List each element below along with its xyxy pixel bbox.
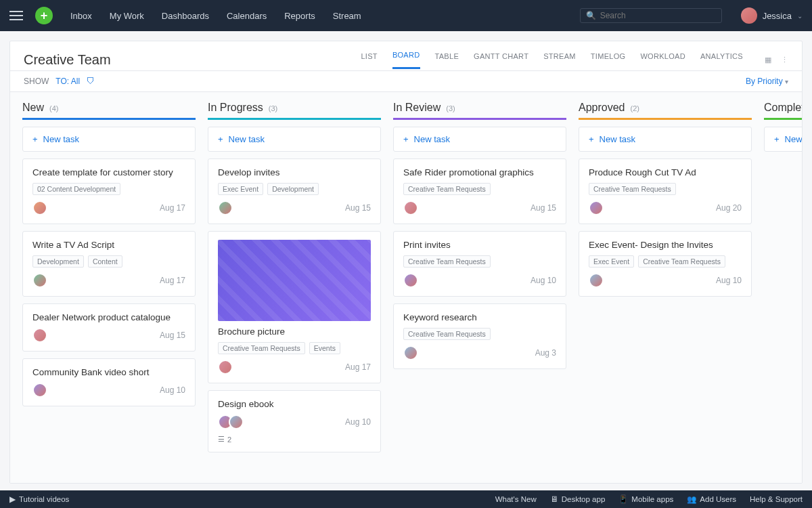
card-title: Keyword research [403,312,556,322]
card-tags: 02 Content Development [32,183,185,195]
avatar[interactable] [218,360,233,375]
card-thumbnail [218,240,371,321]
plus-icon: + [32,134,38,144]
filter-to[interactable]: TO: All [55,77,80,86]
assignees [589,273,604,288]
card-tags: Exec EventDevelopment [218,183,371,195]
filter-bar: SHOW TO: All ⛉ By Priority ▾ [10,70,802,92]
tag[interactable]: Content [88,255,122,268]
tag[interactable]: Events [309,342,340,354]
card-title: Dealer Network product catalogue [32,312,185,322]
tab-stream[interactable]: STREAM [543,52,576,68]
column-count: (3) [269,104,277,112]
column-title: New [22,102,44,114]
tag[interactable]: Creative Team Requests [638,255,725,268]
task-card[interactable]: Print invitesCreative Team RequestsAug 1… [393,231,566,297]
tag[interactable]: Exec Event [218,183,263,195]
nav-calendars[interactable]: Calendars [227,11,267,21]
nav-reports[interactable]: Reports [284,11,315,21]
sort-dropdown[interactable]: By Priority ▾ [746,77,788,86]
assignees [403,345,418,360]
task-card[interactable]: Dealer Network product catalogueAug 15 [22,303,196,352]
tag[interactable]: Creative Team Requests [403,255,491,268]
assignees [32,328,47,343]
card-date: Aug 15 [160,331,185,340]
new-task-button[interactable]: +New task [393,127,566,152]
subtask-count[interactable]: ☰ 2 [218,435,371,444]
user-menu[interactable]: Jessica ⌄ [741,7,803,24]
search-input[interactable] [600,11,716,20]
assignees [218,415,244,429]
task-card[interactable]: Create template for customer story02 Con… [22,158,196,224]
avatar[interactable] [589,200,604,215]
search-box[interactable]: 🔍 [580,8,722,23]
task-card[interactable]: Develop invitesExec EventDevelopmentAug … [208,158,381,224]
menu-icon[interactable] [9,11,23,20]
tab-list[interactable]: LIST [361,52,377,68]
tag[interactable]: Creative Team Requests [403,183,491,195]
tab-table[interactable]: TABLE [435,52,459,68]
tab-workload[interactable]: WORKLOAD [640,52,685,68]
footer-desktop[interactable]: 🖥Desktop app [550,494,606,504]
plus-icon: + [218,134,223,144]
tag[interactable]: Creative Team Requests [218,342,305,354]
card-title: Community Bank video short [32,367,185,377]
avatar[interactable] [229,415,244,429]
task-card[interactable]: Produce Rough Cut TV AdCreative Team Req… [579,158,752,224]
column-header: Completed [764,102,802,120]
add-button[interactable]: + [35,7,53,24]
new-task-button[interactable]: +New task [22,127,196,152]
nav-dashboards[interactable]: Dashboards [162,11,209,21]
task-card[interactable]: Design ebookAug 10☰ 2 [208,390,381,452]
tag[interactable]: 02 Content Development [32,183,120,195]
tab-analytics[interactable]: ANALYTICS [700,52,743,68]
avatar[interactable] [32,328,47,343]
card-footer: Aug 10 [589,273,742,288]
task-card[interactable]: Write a TV Ad ScriptDevelopmentContentAu… [22,231,196,297]
avatar[interactable] [403,200,418,215]
nav-links: Inbox My Work Dashboards Calendars Repor… [70,11,361,21]
nav-stream[interactable]: Stream [333,11,361,21]
task-card[interactable]: Safe Rider promotional graphicsCreative … [393,158,566,224]
assignees [32,200,47,215]
task-card[interactable]: Community Bank video shortAug 10 [22,358,196,406]
filter-icon[interactable]: ⛉ [87,77,95,86]
card-title: Write a TV Ad Script [32,240,185,250]
footer-mobile[interactable]: 📱Mobile apps [618,494,673,504]
tag[interactable]: Development [267,183,319,195]
tag[interactable]: Exec Event [589,255,634,268]
avatar[interactable] [403,273,418,288]
new-task-button[interactable]: +New task [764,127,802,152]
card-date: Aug 17 [160,203,185,213]
footer-whatsnew[interactable]: What's New [495,494,537,504]
folder-icon[interactable]: ▦ [765,56,771,64]
avatar[interactable] [32,200,47,215]
tab-board[interactable]: BOARD [392,51,420,69]
panel-header: Creative Team LIST BOARD TABLE GANTT CHA… [10,41,802,69]
new-task-button[interactable]: +New task [208,127,381,152]
column-count: (4) [49,104,58,112]
task-card[interactable]: Exec Event- Design the InvitesExec Event… [579,231,752,297]
task-card[interactable]: Brochure pictureCreative Team RequestsEv… [208,231,381,383]
nav-mywork[interactable]: My Work [110,11,144,21]
tag[interactable]: Creative Team Requests [589,183,676,195]
more-icon[interactable]: ⋮ [781,56,788,64]
nav-inbox[interactable]: Inbox [70,11,92,21]
new-task-button[interactable]: +New task [579,127,752,152]
avatar[interactable] [218,200,233,215]
tag[interactable]: Creative Team Requests [403,328,491,340]
play-icon: ▶ [9,494,16,504]
avatar[interactable] [403,345,418,360]
footer-addusers[interactable]: 👥Add Users [687,494,736,504]
tab-gantt[interactable]: GANTT CHART [474,52,528,68]
avatar[interactable] [32,383,47,398]
task-card[interactable]: Keyword researchCreative Team RequestsAu… [393,303,566,369]
card-tags: Creative Team RequestsEvents [218,342,371,354]
tag[interactable]: Development [32,255,84,268]
avatar[interactable] [32,273,47,288]
tutorial-link[interactable]: ▶Tutorial videos [9,494,69,504]
avatar[interactable] [589,273,604,288]
tab-timelog[interactable]: TIMELOG [591,52,626,68]
column-in-review: In Review(3)+New taskSafe Rider promotio… [393,102,566,473]
footer-help[interactable]: Help & Support [750,494,803,504]
